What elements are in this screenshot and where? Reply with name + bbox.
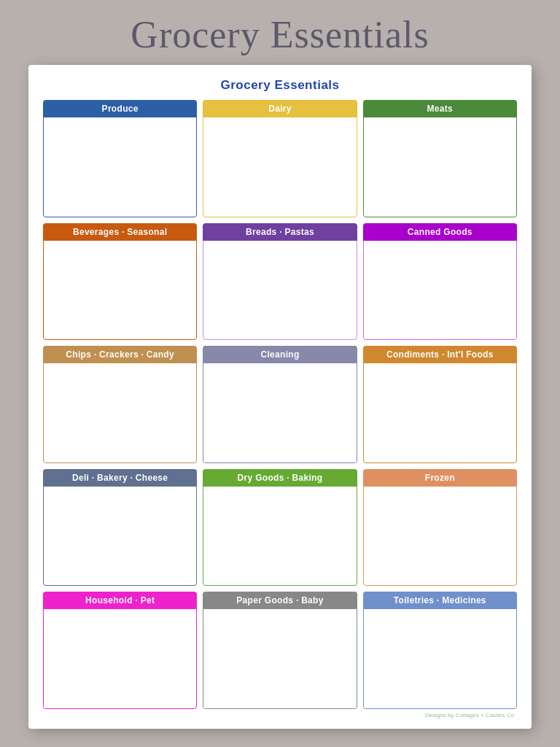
category-grid: ProduceDairyMeatsBeverages · SeasonalBre… [43,100,517,709]
category-body-condiments[interactable] [363,363,517,463]
category-box-cleaning: Cleaning [203,346,357,463]
category-header-condiments: Condiments · Int'l Foods [363,346,517,363]
category-header-breads: Breads · Pastas [203,223,357,241]
document: Grocery Essentials ProduceDairyMeatsBeve… [28,65,532,729]
category-body-papergoods[interactable] [203,609,357,709]
category-header-papergoods: Paper Goods · Baby [203,592,357,609]
category-header-meats: Meats [363,100,517,117]
category-header-toiletries: Toiletries · Medicines [363,592,517,609]
category-box-condiments: Condiments · Int'l Foods [363,346,517,463]
category-box-dairy: Dairy [203,100,357,217]
page-title: Grocery Essentials [131,13,429,56]
category-box-drygoods: Dry Goods · Baking [203,469,357,587]
category-box-chips: Chips · Crackers · Candy [43,346,197,463]
category-box-household: Household · Pet [43,592,197,709]
category-box-breads: Breads · Pastas [203,223,357,341]
category-header-frozen: Frozen [363,469,517,487]
category-body-household[interactable] [43,609,197,709]
category-body-cleaning[interactable] [203,363,357,463]
category-header-produce: Produce [43,100,197,117]
category-box-canned: Canned Goods [363,223,517,341]
doc-inner-title: Grocery Essentials [220,78,339,93]
footer-credit: Designs by Cottages + Castles Co [43,712,517,719]
category-box-toiletries: Toiletries · Medicines [363,592,517,709]
category-body-dairy[interactable] [203,117,357,217]
category-box-meats: Meats [363,100,517,217]
category-box-frozen: Frozen [363,469,517,587]
category-header-household: Household · Pet [43,592,197,609]
category-header-beverages: Beverages · Seasonal [43,223,197,241]
category-box-produce: Produce [43,100,197,217]
category-header-cleaning: Cleaning [203,346,357,363]
category-body-deli[interactable] [43,487,197,587]
category-body-produce[interactable] [43,117,197,217]
category-body-meats[interactable] [363,117,517,217]
category-header-chips: Chips · Crackers · Candy [43,346,197,363]
category-body-beverages[interactable] [43,241,197,341]
category-box-deli: Deli · Bakery · Cheese [43,469,197,587]
category-body-frozen[interactable] [363,487,517,587]
category-box-papergoods: Paper Goods · Baby [203,592,357,709]
category-body-chips[interactable] [43,363,197,463]
category-header-canned: Canned Goods [363,223,517,241]
category-header-dairy: Dairy [203,100,357,117]
category-body-breads[interactable] [203,241,357,341]
category-header-deli: Deli · Bakery · Cheese [43,469,197,487]
category-box-beverages: Beverages · Seasonal [43,223,197,341]
category-body-toiletries[interactable] [363,609,517,709]
category-body-drygoods[interactable] [203,487,357,587]
category-body-canned[interactable] [363,241,517,341]
category-header-drygoods: Dry Goods · Baking [203,469,357,487]
